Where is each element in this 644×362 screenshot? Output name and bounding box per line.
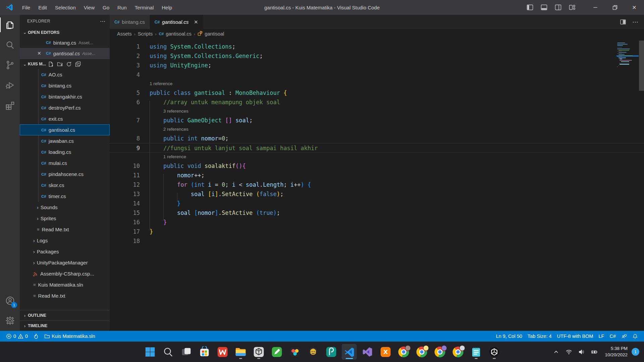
tree-item-logs[interactable]: ›Logs <box>20 235 110 246</box>
menu-terminal[interactable]: Terminal <box>131 0 158 15</box>
tab-bintang-cs[interactable]: C#bintang.cs <box>110 15 150 29</box>
codelens-reference[interactable]: 1 reference <box>140 153 186 161</box>
volume-icon[interactable] <box>576 347 587 357</box>
status-cursor-position[interactable]: Ln 9, Col 50 <box>493 334 525 339</box>
close-icon[interactable]: ✕ <box>37 51 46 56</box>
new-folder-icon[interactable] <box>57 61 63 67</box>
source-control-icon[interactable] <box>0 55 20 75</box>
taskbar-vscode-icon[interactable] <box>342 344 357 360</box>
open-editor-item[interactable]: ✕C#gantisoal.csAsse... <box>20 48 110 59</box>
explorer-icon[interactable] <box>0 15 20 35</box>
tree-item-sprites[interactable]: ›Sprites <box>20 213 110 224</box>
tree-item-read-me-txt[interactable]: ≡Read Me.txt <box>20 224 110 235</box>
open-editors-header[interactable]: ⌄ OPEN EDITORS <box>20 27 110 37</box>
breadcrumb-item[interactable]: gantisoal <box>198 31 224 37</box>
hot-reload-status[interactable] <box>31 331 42 342</box>
taskbar-file-explorer-icon[interactable] <box>233 344 248 360</box>
tree-item-exit-cs[interactable]: C#exit.cs <box>20 113 110 124</box>
menu-go[interactable]: Go <box>99 0 113 15</box>
tree-item-pindahscene-cs[interactable]: C#pindahscene.cs <box>20 169 110 180</box>
restore-button[interactable] <box>605 0 625 15</box>
taskbar-start-icon[interactable] <box>143 344 158 360</box>
taskbar-unity-hub-icon[interactable] <box>251 344 266 360</box>
tree-item-bintang-cs[interactable]: C#bintang.cs <box>20 80 110 91</box>
breadcrumb-item[interactable]: Assets <box>117 31 132 37</box>
taskbar-photopea-icon[interactable] <box>324 344 339 360</box>
taskbar-task-view-icon[interactable] <box>179 344 194 360</box>
section-timeline[interactable]: ›TIMELINE <box>20 320 110 331</box>
codelens-reference[interactable]: 2 references <box>140 125 189 134</box>
toggle-sidebar-icon[interactable] <box>527 4 533 11</box>
workspace-header[interactable]: ⌄ KUIS M... <box>20 59 110 69</box>
codelens-reference[interactable]: 1 reference <box>140 79 172 88</box>
taskbar-clock[interactable]: 5:38 PM 10/20/2022 <box>605 346 628 358</box>
taskbar-wps-office-icon[interactable] <box>215 344 230 360</box>
codelens-row[interactable]: 1 reference <box>110 79 644 88</box>
tree-item-timer-cs[interactable]: C#timer.cs <box>20 191 110 202</box>
taskbar-chrome-profile-2-icon[interactable] <box>414 344 429 360</box>
tree-item-loading-cs[interactable]: C#loading.cs <box>20 146 110 158</box>
taskbar-xampp-icon[interactable]: ꓫ <box>378 344 393 360</box>
split-editor-icon[interactable] <box>620 19 626 25</box>
tab-gantisoal-cs[interactable]: C#gantisoal.cs✕ <box>150 15 204 29</box>
search-icon[interactable] <box>0 35 20 55</box>
collapse-all-icon[interactable] <box>75 61 81 67</box>
tree-item-packages[interactable]: ›Packages <box>20 246 110 257</box>
battery-icon[interactable] <box>589 347 600 357</box>
codelens-row[interactable]: 3 references <box>110 107 644 116</box>
tree-item-mulai-cs[interactable]: C#mulai.cs <box>20 158 110 169</box>
tree-item-ao-cs[interactable]: C#AO.cs <box>20 69 110 80</box>
taskbar-visual-studio-icon[interactable] <box>360 344 375 360</box>
menu-file[interactable]: File <box>18 0 34 15</box>
taskbar-notepad-icon[interactable] <box>469 344 484 360</box>
menu-selection[interactable]: Selection <box>51 0 80 15</box>
account-icon[interactable]: 1 <box>0 291 20 311</box>
section-outline[interactable]: ›OUTLINE <box>20 310 110 320</box>
codelens-row[interactable]: 1 reference <box>110 153 644 161</box>
menu-view[interactable]: View <box>80 0 99 15</box>
breadcrumb-item[interactable]: C#gantisoal.cs <box>159 31 192 37</box>
taskbar-chrome-profile-1-icon[interactable] <box>396 344 411 360</box>
tree-item-kuis-matematika-sln[interactable]: ≡Kuis Matematika.sln <box>20 279 110 290</box>
codelens-row[interactable]: 2 references <box>110 125 644 134</box>
taskbar-character-app-icon[interactable] <box>306 344 321 360</box>
tree-item-jawaban-cs[interactable]: C#jawaban.cs <box>20 135 110 146</box>
new-file-icon[interactable] <box>48 61 54 67</box>
tree-item-assembly-csharp-csp-[interactable]: Assembly-CSharp.csp... <box>20 268 110 279</box>
settings-gear-icon[interactable] <box>0 311 20 331</box>
extensions-icon[interactable] <box>0 95 20 115</box>
toggle-secondary-sidebar-icon[interactable] <box>555 4 561 11</box>
solution-status[interactable]: Kuis Matematika.sln <box>42 331 98 342</box>
taskbar-search-icon[interactable] <box>161 344 176 360</box>
taskbar-unity-icon[interactable] <box>487 344 502 360</box>
run-debug-icon[interactable] <box>0 75 20 95</box>
open-editor-item[interactable]: C#bintang.csAsset... <box>20 37 110 48</box>
tree-item-skor-cs[interactable]: C#skor.cs <box>20 180 110 191</box>
menu-edit[interactable]: Edit <box>34 0 51 15</box>
status-eol[interactable]: LF <box>596 334 607 339</box>
wifi-icon[interactable] <box>563 347 575 357</box>
tree-item-gantisoal-cs[interactable]: C#gantisoal.cs <box>20 124 110 135</box>
taskbar-chrome-profile-3-icon[interactable] <box>432 344 447 360</box>
customize-layout-icon[interactable] <box>569 4 576 11</box>
notifications-bell-icon[interactable] <box>630 334 641 339</box>
tree-item-destroyperf-cs[interactable]: C#destroyPerf.cs <box>20 102 110 113</box>
status-language-mode[interactable]: C# <box>607 334 619 339</box>
tree-item-bintangakhir-cs[interactable]: C#bintangakhir.cs <box>20 91 110 102</box>
tree-item-unitypackagemanager[interactable]: ›UnityPackageManager <box>20 257 110 268</box>
refresh-icon[interactable] <box>66 61 72 67</box>
tree-item-sounds[interactable]: ›Sounds <box>20 202 110 213</box>
editor-scrollbar[interactable] <box>639 41 644 91</box>
toggle-panel-icon[interactable] <box>541 4 547 11</box>
taskbar-davinci-resolve-icon[interactable] <box>287 344 303 360</box>
hidden-icons-chevron[interactable] <box>550 347 562 357</box>
minimize-button[interactable]: ─ <box>586 0 605 15</box>
close-button[interactable]: ✕ <box>625 0 644 15</box>
notification-badge[interactable]: 1 <box>632 348 639 356</box>
codelens-reference[interactable]: 3 references <box>140 107 189 116</box>
explorer-more-actions[interactable]: ⋯ <box>100 18 106 24</box>
feedback-icon[interactable] <box>619 334 630 339</box>
menu-run[interactable]: Run <box>113 0 131 15</box>
tree-item-read-me-txt[interactable]: ≡Read Me.txt <box>20 290 110 301</box>
problems-status[interactable]: 0 0 <box>3 331 31 342</box>
